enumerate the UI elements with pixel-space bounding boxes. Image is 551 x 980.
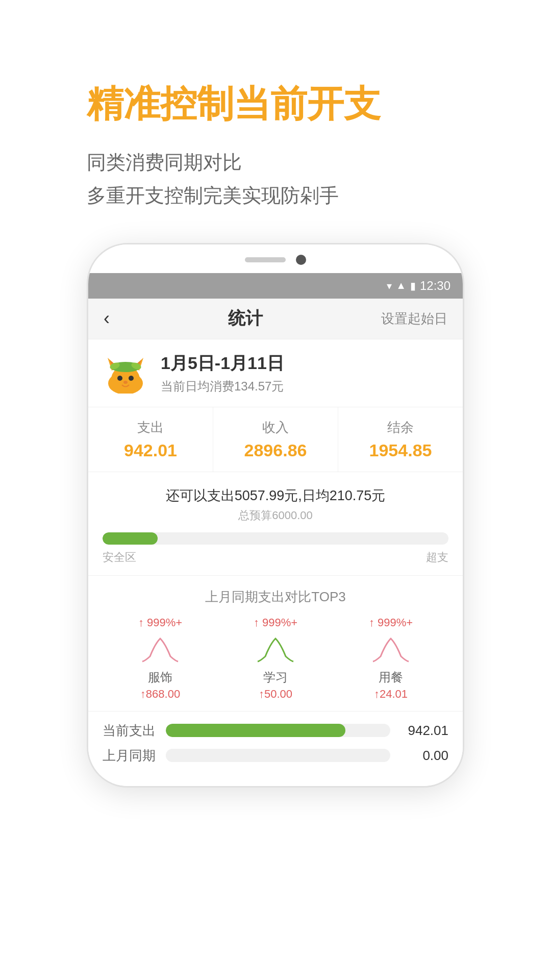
nav-action-button[interactable]: 设置起始日 [381, 310, 447, 328]
signal-icon: ▲ [396, 280, 406, 291]
comp-value-1: ↑50.00 [218, 688, 333, 701]
expense-label: 支出 [93, 419, 208, 436]
comparison-title: 上月同期支出对比TOP3 [103, 588, 448, 606]
battery-icon: ▮ [410, 280, 416, 292]
page: 精准控制当前开支 同类消费同期对比 多重开支控制完美实现防剁手 ▾ ▲ ▮ 12… [0, 0, 551, 980]
income-value: 2896.86 [218, 440, 333, 460]
main-title: 精准控制当前开支 [87, 82, 464, 126]
stat-balance: 结余 1954.85 [338, 407, 463, 472]
phone-camera [296, 255, 306, 265]
spending-prev-label: 上月同期 [103, 747, 159, 765]
header-section: 精准控制当前开支 同类消费同期对比 多重开支控制完美实现防剁手 [0, 0, 551, 243]
spending-prev-row: 上月同期 0.00 [103, 747, 448, 765]
spending-current-label: 当前支出 [103, 722, 159, 740]
comparison-items: ↑ 999%+ 服饰 ↑868.00 ↑ 999%+ [103, 616, 448, 701]
status-bar-right: ▾ ▲ ▮ 12:30 [387, 279, 450, 293]
expense-value: 942.01 [93, 440, 208, 460]
comp-name-1: 学习 [218, 669, 333, 685]
spending-section: 当前支出 942.01 上月同期 0.00 [88, 712, 463, 786]
spending-current-row: 当前支出 942.01 [103, 722, 448, 740]
budget-available-text: 还可以支出5057.99元,日均210.75元 [103, 486, 448, 505]
stat-expense: 支出 942.01 [88, 407, 213, 472]
spending-current-bar [166, 724, 345, 737]
budget-total-text: 总预算6000.00 [103, 508, 448, 523]
spending-prev-bar-wrap [166, 749, 390, 762]
budget-labels: 安全区 超支 [103, 550, 448, 565]
back-button[interactable]: ‹ [104, 308, 110, 329]
budget-section: 还可以支出5057.99元,日均210.75元 总预算6000.00 安全区 超… [88, 472, 463, 576]
comparison-item-2: ↑ 999%+ 用餐 ↑24.01 [333, 616, 448, 701]
budget-bar-fill [103, 532, 158, 545]
comp-value-0: ↑868.00 [103, 688, 218, 701]
status-bar: ▾ ▲ ▮ 12:30 [88, 273, 463, 299]
budget-bar-container [103, 532, 448, 545]
over-budget-label: 超支 [426, 550, 448, 565]
summary-row: 1月5日-1月11日 当前日均消费134.57元 [88, 339, 463, 407]
stat-income: 收入 2896.86 [213, 407, 338, 472]
safe-zone-label: 安全区 [103, 550, 136, 565]
spending-current-value: 942.01 [397, 723, 448, 739]
balance-label: 结余 [343, 419, 458, 436]
phone-top-bar [88, 244, 463, 273]
app-content: 1月5日-1月11日 当前日均消费134.57元 支出 942.01 收入 28… [88, 339, 463, 786]
comp-chart-2 [370, 633, 411, 664]
svg-point-6 [117, 376, 122, 381]
subtitle-line1: 同类消费同期对比 [87, 146, 464, 179]
mascot-icon [103, 353, 148, 394]
comp-chart-1 [255, 633, 296, 664]
svg-point-7 [129, 376, 134, 381]
daily-avg: 当前日均消费134.57元 [161, 378, 284, 395]
subtitle-line2: 多重开支控制完美实现防剁手 [87, 179, 464, 212]
status-time: 12:30 [420, 279, 450, 293]
stats-row: 支出 942.01 收入 2896.86 结余 1954.85 [88, 407, 463, 472]
comparison-item-0: ↑ 999%+ 服饰 ↑868.00 [103, 616, 218, 701]
phone-outer: ▾ ▲ ▮ 12:30 ‹ 统计 设置起始日 [87, 243, 464, 788]
summary-info: 1月5日-1月11日 当前日均消费134.57元 [161, 352, 284, 395]
spending-prev-value: 0.00 [397, 748, 448, 764]
comparison-item-1: ↑ 999%+ 学习 ↑50.00 [218, 616, 333, 701]
nav-bar: ‹ 统计 设置起始日 [88, 299, 463, 339]
wifi-icon: ▾ [387, 280, 392, 292]
nav-title: 统计 [228, 307, 263, 330]
comp-percent-1: ↑ 999%+ [218, 616, 333, 629]
comparison-section: 上月同期支出对比TOP3 ↑ 999%+ 服饰 ↑868.00 [88, 576, 463, 712]
comp-name-0: 服饰 [103, 669, 218, 685]
phone-speaker [245, 257, 286, 262]
comp-value-2: ↑24.01 [333, 688, 448, 701]
svg-point-8 [123, 381, 128, 384]
comp-chart-0 [140, 633, 181, 664]
comp-name-2: 用餐 [333, 669, 448, 685]
income-label: 收入 [218, 419, 333, 436]
comp-percent-2: ↑ 999%+ [333, 616, 448, 629]
date-range: 1月5日-1月11日 [161, 352, 284, 375]
spending-current-bar-wrap [166, 724, 390, 737]
comp-percent-0: ↑ 999%+ [103, 616, 218, 629]
balance-value: 1954.85 [343, 440, 458, 460]
phone-mockup: ▾ ▲ ▮ 12:30 ‹ 统计 设置起始日 [87, 243, 464, 788]
subtitle: 同类消费同期对比 多重开支控制完美实现防剁手 [87, 146, 464, 212]
